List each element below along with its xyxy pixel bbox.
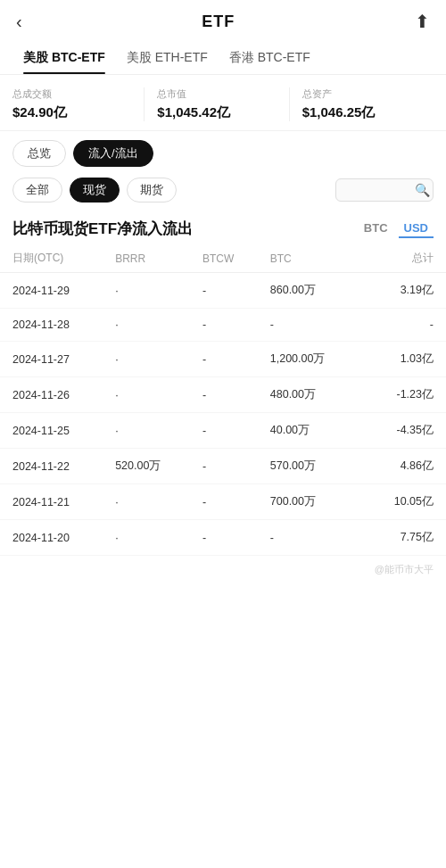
stat-market-cap-label: 总市值 (157, 87, 281, 101)
back-button[interactable]: ‹ (16, 12, 22, 32)
stat-volume-label: 总成交额 (12, 87, 136, 101)
cell-btc: 1,200.00万 (258, 342, 358, 377)
cell-total: -1.23亿 (358, 377, 446, 413)
page-title: ETF (202, 12, 235, 31)
cell-btc: - (258, 309, 358, 342)
cell-btc: 860.00万 (258, 273, 358, 309)
cell-total: - (358, 309, 446, 342)
table-row: 2024-11-20 · - - 7.75亿 (0, 520, 446, 556)
stat-volume-value: $24.90亿 (12, 104, 136, 121)
cell-total: 1.03亿 (358, 342, 446, 377)
cell-brrr: · (103, 309, 190, 342)
cell-btcw: - (190, 520, 258, 556)
cell-date: 2024-11-28 (0, 309, 103, 342)
col-btc: BTC (258, 244, 358, 273)
cell-brrr: · (103, 413, 190, 449)
tab-eth-etf[interactable]: 美股 ETH-ETF (116, 41, 219, 74)
cell-brrr: · (103, 484, 190, 520)
search-box[interactable]: 🔍 (335, 178, 434, 202)
cell-btcw: - (190, 449, 258, 484)
cell-btcw: - (190, 377, 258, 413)
table-row: 2024-11-29 · - 860.00万 3.19亿 (0, 273, 446, 309)
stat-volume: 总成交额 $24.90亿 (12, 87, 144, 121)
cell-total: 7.75亿 (358, 520, 446, 556)
stats-row: 总成交额 $24.90亿 总市值 $1,045.42亿 总资产 $1,046.2… (0, 75, 446, 131)
currency-usd-button[interactable]: USD (399, 219, 434, 238)
filter-spot-button[interactable]: 现货 (70, 178, 120, 203)
cell-date: 2024-11-25 (0, 413, 103, 449)
stat-market-cap: 总市值 $1,045.42亿 (144, 87, 288, 121)
col-btcw: BTCW (190, 244, 258, 273)
tab-btc-etf[interactable]: 美股 BTC-ETF (12, 41, 116, 74)
cell-btcw: - (190, 413, 258, 449)
cell-brrr: · (103, 377, 190, 413)
cell-btcw: - (190, 342, 258, 377)
watermark: @能币市大平 (0, 556, 446, 583)
etf-table: 日期(OTC) BRRR BTCW BTC 总计 2024-11-29 · - … (0, 244, 446, 556)
cell-btc: - (258, 520, 358, 556)
filter-row-1: 总览 流入/流出 (0, 131, 446, 172)
cell-brrr: · (103, 520, 190, 556)
cell-date: 2024-11-22 (0, 449, 103, 484)
currency-btc-button[interactable]: BTC (359, 219, 393, 238)
cell-brrr: 520.00万 (103, 449, 190, 484)
col-date: 日期(OTC) (0, 244, 103, 273)
cell-btc: 480.00万 (258, 377, 358, 413)
cell-total: 10.05亿 (358, 484, 446, 520)
header: ‹ ETF ⬆ (0, 0, 446, 41)
tab-hk-btc-etf[interactable]: 香港 BTC-ETF (219, 41, 321, 74)
search-icon: 🔍 (415, 183, 430, 197)
filter-row-2: 全部 现货 期货 🔍 (0, 172, 446, 210)
cell-btcw: - (190, 309, 258, 342)
cell-btc: 570.00万 (258, 449, 358, 484)
table-row: 2024-11-26 · - 480.00万 -1.23亿 (0, 377, 446, 413)
cell-date: 2024-11-29 (0, 273, 103, 309)
primary-tabs: 美股 BTC-ETF 美股 ETH-ETF 香港 BTC-ETF (0, 41, 446, 75)
stat-total-assets: 总资产 $1,046.25亿 (289, 87, 434, 121)
cell-total: -4.35亿 (358, 413, 446, 449)
table-row: 2024-11-28 · - - - (0, 309, 446, 342)
filter-all-button[interactable]: 全部 (12, 178, 62, 203)
cell-total: 3.19亿 (358, 273, 446, 309)
cell-date: 2024-11-26 (0, 377, 103, 413)
table-row: 2024-11-27 · - 1,200.00万 1.03亿 (0, 342, 446, 377)
section-title: 比特币现货ETF净流入流出 BTC USD (0, 210, 446, 244)
table-header-row: 日期(OTC) BRRR BTCW BTC 总计 (0, 244, 446, 273)
cell-date: 2024-11-21 (0, 484, 103, 520)
cell-btc: 700.00万 (258, 484, 358, 520)
cell-date: 2024-11-20 (0, 520, 103, 556)
share-button[interactable]: ⬆ (415, 11, 430, 32)
stat-market-cap-value: $1,045.42亿 (157, 104, 281, 121)
stat-total-assets-label: 总资产 (302, 87, 426, 101)
stat-total-assets-value: $1,046.25亿 (302, 104, 426, 121)
cell-btc: 40.00万 (258, 413, 358, 449)
section-title-text: 比特币现货ETF净流入流出 (12, 219, 193, 239)
filter-futures-button[interactable]: 期货 (127, 178, 177, 203)
table-row: 2024-11-21 · - 700.00万 10.05亿 (0, 484, 446, 520)
search-input[interactable] (343, 184, 415, 196)
currency-toggle: BTC USD (359, 219, 434, 238)
filter-overview-button[interactable]: 总览 (12, 140, 66, 167)
col-brrr: BRRR (103, 244, 190, 273)
cell-total: 4.86亿 (358, 449, 446, 484)
cell-date: 2024-11-27 (0, 342, 103, 377)
cell-btcw: - (190, 273, 258, 309)
table-row: 2024-11-25 · - 40.00万 -4.35亿 (0, 413, 446, 449)
cell-brrr: · (103, 342, 190, 377)
filter-inflow-button[interactable]: 流入/流出 (73, 140, 153, 167)
table-row: 2024-11-22 520.00万 - 570.00万 4.86亿 (0, 449, 446, 484)
cell-btcw: - (190, 484, 258, 520)
cell-brrr: · (103, 273, 190, 309)
col-total: 总计 (358, 244, 446, 273)
